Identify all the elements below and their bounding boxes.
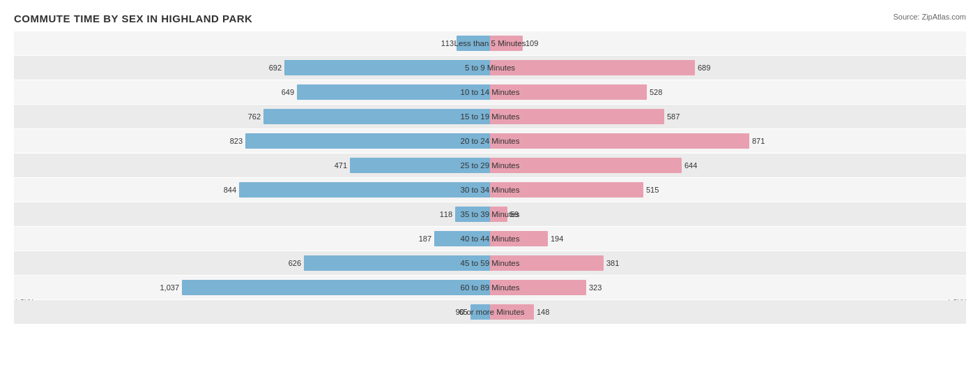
right-section: 689 — [490, 56, 966, 80]
bar-male: 118 — [455, 207, 490, 222]
male-value: 1,037 — [160, 283, 182, 292]
male-value: 113 — [441, 39, 457, 47]
female-value: 644 — [682, 161, 697, 170]
bar-female: 515 — [490, 182, 643, 198]
female-value: 528 — [647, 88, 662, 96]
bar-female: 381 — [490, 255, 604, 271]
bar-female: 644 — [490, 158, 682, 173]
bar-male: 649 — [297, 84, 490, 100]
rows-container: 113 Less than 5 Minutes 109 692 5 to 9 M… — [14, 31, 966, 293]
male-value: 692 — [269, 64, 284, 72]
bar-male: 471 — [350, 158, 490, 173]
male-value: 823 — [230, 137, 245, 145]
female-value: 515 — [643, 186, 659, 194]
source-label: Source: ZipAtlas.com — [893, 13, 966, 21]
female-value: 871 — [749, 137, 765, 145]
bar-female: 528 — [490, 84, 647, 100]
left-section: 844 — [14, 178, 490, 202]
female-value: 109 — [523, 39, 538, 47]
bar-female: 59 — [490, 207, 507, 222]
chart-area: 113 Less than 5 Minutes 109 692 5 to 9 M… — [14, 31, 966, 314]
bar-male: 65 — [470, 304, 490, 320]
table-row: 187 40 to 44 Minutes 194 — [14, 227, 966, 251]
table-row: 844 30 to 34 Minutes 515 — [14, 178, 966, 202]
bar-female: 323 — [490, 280, 586, 295]
left-section: 187 — [14, 227, 490, 251]
left-section: 649 — [14, 80, 490, 104]
right-section: 148 — [490, 300, 966, 324]
right-section: 515 — [490, 178, 966, 202]
female-value: 587 — [664, 112, 680, 121]
right-section: 194 — [490, 227, 966, 251]
right-section: 59 — [490, 202, 966, 226]
table-row: 1,037 60 to 89 Minutes 323 — [14, 276, 966, 299]
female-value: 194 — [548, 234, 563, 243]
male-value: 626 — [289, 259, 304, 267]
left-section: 626 — [14, 251, 490, 275]
left-section: 823 — [14, 129, 490, 153]
bar-male: 692 — [284, 60, 490, 75]
left-section: 471 — [14, 154, 490, 177]
table-row: 649 10 to 14 Minutes 528 — [14, 80, 966, 104]
left-section: 1,037 — [14, 276, 490, 299]
left-section: 762 — [14, 105, 490, 128]
male-value: 762 — [248, 112, 263, 121]
male-value: 65 — [459, 308, 470, 316]
bar-female: 689 — [490, 60, 695, 75]
female-value: 689 — [695, 64, 710, 72]
bar-female: 587 — [490, 109, 664, 124]
table-row: 692 5 to 9 Minutes 689 — [14, 56, 966, 80]
male-value: 471 — [335, 161, 350, 170]
left-section: 118 — [14, 202, 490, 226]
left-section: 65 — [14, 300, 490, 324]
table-row: 118 35 to 39 Minutes 59 — [14, 202, 966, 226]
right-section: 381 — [490, 251, 966, 275]
male-value: 118 — [440, 210, 455, 218]
left-section: 692 — [14, 56, 490, 80]
female-value: 323 — [586, 283, 602, 292]
table-row: 471 25 to 29 Minutes 644 — [14, 154, 966, 177]
right-section: 644 — [490, 154, 966, 177]
bar-female: 148 — [490, 304, 534, 320]
male-value: 649 — [282, 88, 297, 96]
bar-male: 762 — [263, 109, 490, 124]
bar-male: 113 — [457, 36, 490, 51]
bar-female: 109 — [490, 36, 523, 51]
right-section: 109 — [490, 31, 966, 55]
right-section: 323 — [490, 276, 966, 299]
table-row: 762 15 to 19 Minutes 587 — [14, 105, 966, 128]
bar-male: 823 — [245, 133, 490, 149]
bar-female: 871 — [490, 133, 749, 149]
male-value: 187 — [419, 234, 434, 243]
table-row: 626 45 to 59 Minutes 381 — [14, 251, 966, 275]
bar-male: 844 — [239, 182, 490, 198]
female-value: 381 — [604, 259, 619, 267]
female-value: 59 — [507, 210, 519, 218]
male-value: 844 — [224, 186, 239, 194]
right-section: 528 — [490, 80, 966, 104]
bar-male: 1,037 — [182, 280, 490, 295]
bar-male: 626 — [304, 255, 490, 271]
table-row: 65 90 or more Minutes 148 — [14, 300, 966, 324]
table-row: 823 20 to 24 Minutes 871 — [14, 129, 966, 153]
bar-male: 187 — [434, 231, 490, 246]
chart-title: COMMUTE TIME BY SEX IN HIGHLAND PARK — [14, 13, 966, 24]
chart-container: COMMUTE TIME BY SEX IN HIGHLAND PARK Sou… — [0, 0, 980, 365]
left-section: 113 — [14, 31, 490, 55]
right-section: 871 — [490, 129, 966, 153]
right-section: 587 — [490, 105, 966, 128]
table-row: 113 Less than 5 Minutes 109 — [14, 31, 966, 55]
female-value: 148 — [534, 308, 549, 316]
bar-female: 194 — [490, 231, 548, 246]
